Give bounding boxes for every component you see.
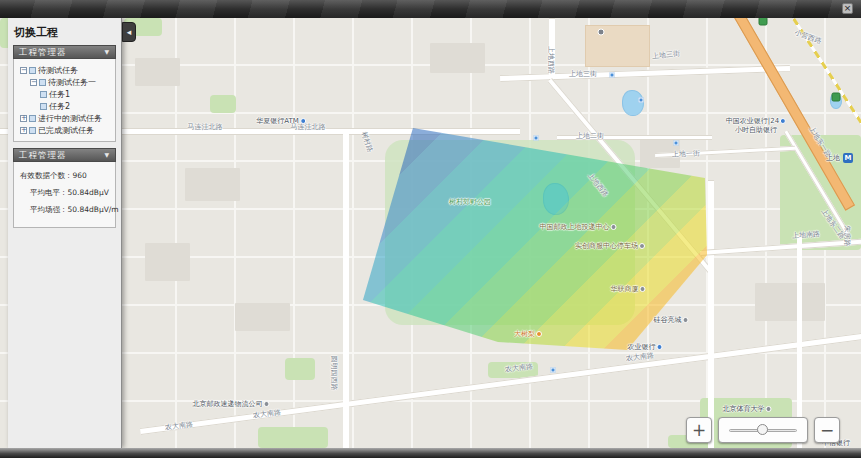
tree-item[interactable]: +进行中的测试任务: [16, 112, 113, 124]
map-zoom-control: + −: [686, 415, 842, 445]
task-node-icon: [39, 79, 46, 86]
stat-row: 平均电平：50.84dBμV: [16, 184, 113, 201]
task-node-icon: [29, 127, 36, 134]
expand-icon[interactable]: +: [20, 127, 27, 134]
stats-panel: 有效数据个数：960平均电平：50.84dBμV平均场强：50.84dBμV/m: [13, 162, 116, 228]
poi-label: 北京体育大学: [723, 404, 772, 414]
map-canvas[interactable]: 马连洼北路马连洼北路上地三街上地三街上地二街上地一街上地西路上地西路树村路圆明园…: [0, 18, 861, 448]
tree-item-label: 任务2: [49, 101, 70, 112]
zoom-out-button[interactable]: −: [814, 417, 840, 443]
stat-row: 平均场强：50.84dBμV/m: [16, 201, 113, 218]
tree-item[interactable]: −待测试任务: [16, 64, 113, 76]
tree-item-label: 已完成测试任务: [38, 125, 94, 136]
collapse-icon[interactable]: −: [30, 79, 37, 86]
poi-marker-icon: [264, 401, 270, 407]
poi-marker-icon: [639, 243, 645, 249]
panel-header-label: 工程管理器: [19, 45, 67, 59]
project-manager-panel-1: 工程管理器 ▼ −待测试任务−待测试任务一任务1任务2+进行中的测试任务+已完成…: [13, 45, 116, 142]
tree-item[interactable]: 任务1: [16, 88, 113, 100]
tree-item-label: 任务1: [49, 89, 70, 100]
poi-label: 华联商厦: [611, 284, 646, 294]
park-area: [258, 427, 328, 448]
road: [343, 128, 349, 448]
task-node-icon: [40, 103, 47, 110]
poi-marker-icon: [766, 406, 772, 412]
building-block: [235, 303, 290, 331]
panel-header-project-manager-1[interactable]: 工程管理器 ▼: [13, 45, 116, 59]
poi-label: 农业银行: [628, 342, 663, 352]
building-block: [430, 43, 485, 73]
zoom-slider-knob[interactable]: [757, 424, 768, 435]
building-block: [185, 168, 240, 201]
building-block: [585, 25, 650, 67]
task-node-icon: [29, 115, 36, 122]
poi-label: 实创商服中心停车场: [575, 241, 645, 251]
tree-item-label: 待测试任务: [38, 65, 78, 76]
poi-label: 小时自助银行: [735, 125, 777, 135]
road-label: 朱房路: [842, 226, 852, 247]
poi-label: 华夏银行ATM: [256, 116, 306, 126]
highway-shield-icon: [832, 93, 841, 102]
road: [708, 180, 714, 448]
sidebar-title: 切换工程: [8, 18, 121, 45]
poi-dot-icon: [598, 29, 605, 36]
poi-label: 硅谷亮城: [654, 315, 689, 325]
project-manager-panel-2: 工程管理器 ▼ 有效数据个数：960平均电平：50.84dBμV平均场强：50.…: [13, 148, 116, 228]
poi-marker-icon: [300, 118, 306, 124]
collapse-icon[interactable]: −: [20, 67, 27, 74]
road-label: 上地一街: [672, 148, 700, 159]
building-block: [755, 283, 825, 321]
stat-row: 有效数据个数：960: [16, 167, 113, 184]
park-area: [285, 358, 315, 380]
park-area: [210, 95, 236, 113]
zoom-in-button[interactable]: +: [686, 417, 712, 443]
sidebar-collapse-button[interactable]: ◂: [122, 22, 136, 42]
road-label: 农大南路: [164, 419, 193, 432]
tree-item[interactable]: −待测试任务一: [16, 76, 113, 88]
chevron-down-icon: ▼: [104, 45, 110, 59]
poi-label: 中国邮政上地投递中心: [540, 222, 617, 232]
bus-stop-icon: [610, 73, 615, 78]
poi-marker-icon: [611, 224, 617, 230]
title-bar: ×: [0, 0, 861, 18]
task-tree: −待测试任务−待测试任务一任务1任务2+进行中的测试任务+已完成测试任务: [13, 59, 116, 142]
poi-label: 上地: [826, 153, 840, 163]
task-node-icon: [40, 91, 47, 98]
chevron-down-icon: ▼: [104, 148, 110, 162]
poi-marker-icon: [640, 286, 646, 292]
task-node-icon: [29, 67, 36, 74]
road-label: 上地三街: [569, 69, 597, 79]
tree-item[interactable]: +已完成测试任务: [16, 124, 113, 136]
sidebar-panel: 切换工程 工程管理器 ▼ −待测试任务−待测试任务一任务1任务2+进行中的测试任…: [8, 18, 122, 448]
tree-item-label: 进行中的测试任务: [38, 113, 102, 124]
poi-label: 北京邮政速递物流公司: [193, 399, 270, 409]
road-label: 上地三街: [652, 49, 681, 62]
app-window: 马连洼北路马连洼北路上地三街上地三街上地二街上地一街上地西路上地西路树村路圆明园…: [0, 0, 861, 458]
poi-label: 树村郊野公园: [449, 197, 491, 207]
expand-icon[interactable]: +: [20, 115, 27, 122]
poi-marker-icon: [536, 331, 542, 337]
road-label: 农大南路: [252, 407, 281, 420]
road: [500, 65, 790, 82]
bus-stop-icon: [639, 98, 644, 103]
water-area: [622, 90, 644, 116]
zoom-slider[interactable]: [718, 417, 808, 443]
road-label: 上地南路: [792, 229, 821, 241]
poi-marker-icon: [683, 317, 689, 323]
bus-stop-icon: [674, 141, 679, 146]
panel-header-label: 工程管理器: [19, 148, 67, 162]
tree-item[interactable]: 任务2: [16, 100, 113, 112]
close-button[interactable]: ×: [842, 3, 853, 14]
building-block: [145, 243, 190, 281]
highway-shield-icon: [759, 18, 768, 26]
panel-header-project-manager-2[interactable]: 工程管理器 ▼: [13, 148, 116, 162]
road-label: 上地二街: [576, 131, 604, 141]
poi-marker-icon: [780, 118, 786, 124]
bus-stop-icon: [551, 368, 556, 373]
poi-label: 大树梨: [514, 329, 542, 339]
building-block: [135, 58, 180, 86]
poi-marker-icon: [657, 344, 663, 350]
metro-station-icon: M: [843, 153, 853, 163]
road-label: 圆明园西路: [329, 356, 339, 391]
road-label: 上地西路: [546, 46, 556, 74]
